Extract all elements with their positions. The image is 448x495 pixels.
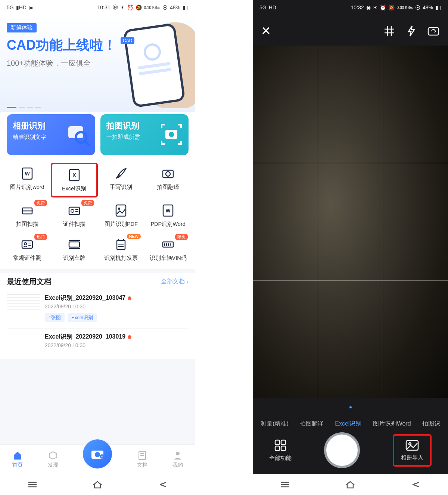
feature-handwriting[interactable]: 手写识别 bbox=[98, 163, 145, 197]
scanner-icon bbox=[21, 204, 34, 217]
camera-plus-icon: + bbox=[90, 448, 105, 460]
doc-item[interactable]: Excel识别_20220920_103019 2022/09/20 10:30 bbox=[7, 328, 189, 359]
nav-me[interactable]: 我的 bbox=[172, 451, 183, 468]
svg-rect-59 bbox=[406, 440, 418, 450]
feature-label: 证件扫描 bbox=[52, 221, 96, 228]
image-doc-icon bbox=[115, 204, 127, 217]
grid-apps-icon bbox=[274, 439, 287, 452]
menu-icon[interactable] bbox=[27, 481, 38, 488]
nav-discover[interactable]: 发现 bbox=[48, 451, 58, 468]
camera-viewfinder[interactable] bbox=[253, 46, 448, 398]
feature-plate[interactable]: 识别车牌 bbox=[51, 234, 98, 265]
nav-home[interactable]: 首页 bbox=[12, 451, 23, 468]
svg-rect-29 bbox=[117, 240, 125, 249]
speed: 0.00 KB/s bbox=[397, 6, 413, 10]
feature-invoice[interactable]: NEW 识别机打发票 bbox=[98, 234, 145, 265]
feature-excel[interactable]: X Excel识别 bbox=[51, 163, 98, 197]
flash-icon[interactable] bbox=[406, 25, 416, 37]
bluetooth-icon: ✶ bbox=[120, 4, 125, 10]
svg-line-2 bbox=[85, 141, 88, 145]
feature-label: 识别机打发票 bbox=[99, 255, 143, 262]
feature-label: 图片识别word bbox=[5, 184, 49, 191]
bluetooth-icon: ✶ bbox=[373, 4, 377, 10]
doc-name: Excel识别_20220920_103047 bbox=[45, 294, 189, 302]
doc-item[interactable]: Excel识别_20220920_103047 2022/09/20 10:30… bbox=[7, 291, 189, 325]
svg-rect-56 bbox=[281, 440, 286, 445]
doc-time: 2022/09/20 10:30 bbox=[45, 303, 189, 309]
grid-toggle-icon[interactable] bbox=[384, 25, 395, 37]
screenshot-home: 5G ▮HD ▣ 10:31 Ⓝ ✶ ⏰ 🔕 0.10 KB/s ⦿ 48% ▮… bbox=[0, 0, 195, 495]
svg-text:X: X bbox=[72, 172, 76, 178]
nav-camera[interactable]: + bbox=[83, 439, 112, 468]
feature-label: 识别车牌 bbox=[52, 255, 96, 262]
switch-camera-icon[interactable] bbox=[427, 25, 440, 37]
hero-banner[interactable]: 新鲜体验 CAD功能上线啦！ 100+功能体验，一应俱全 CAD bbox=[0, 15, 195, 112]
doc-thumb bbox=[7, 294, 40, 317]
album-recognize-card[interactable]: 相册识别 精准识别文字 bbox=[7, 114, 95, 155]
invoice-icon bbox=[115, 238, 127, 251]
doc-name: Excel识别_20220920_103019 bbox=[45, 333, 189, 341]
battery-pct: 48% bbox=[170, 4, 180, 10]
person-icon bbox=[173, 451, 182, 460]
new-dot-icon bbox=[128, 296, 131, 300]
carousel-dots[interactable] bbox=[7, 107, 41, 108]
svg-point-19 bbox=[118, 208, 120, 210]
doc-pill: Excel识别 bbox=[68, 313, 97, 322]
svg-text:W: W bbox=[25, 171, 30, 177]
svg-text:W: W bbox=[166, 208, 171, 214]
doc-thumb bbox=[7, 333, 40, 356]
mode-indicator bbox=[253, 403, 448, 410]
nfc-icon: Ⓝ bbox=[113, 4, 118, 11]
shoot-recognize-card[interactable]: 拍图识别 一拍即成所需 bbox=[100, 114, 189, 155]
recent-docs: 最近使用文档 全部文档 › Excel识别_20220920_103047 20… bbox=[0, 273, 195, 359]
new-dot-icon bbox=[128, 335, 131, 339]
svg-point-23 bbox=[24, 243, 27, 245]
camera-top-bar: ✕ bbox=[253, 18, 448, 44]
feature-img2pdf[interactable]: 图片识别PDF bbox=[98, 200, 145, 231]
alarm-icon: ⏰ bbox=[380, 4, 386, 10]
battery-icon: ▮▯ bbox=[183, 4, 189, 10]
battery-pct: 48% bbox=[423, 4, 433, 10]
home-outline-icon[interactable] bbox=[92, 480, 103, 489]
mute-icon: 🔕 bbox=[136, 4, 142, 10]
menu-icon[interactable] bbox=[280, 481, 291, 488]
feature-vin[interactable]: 限免 识别车辆VIN码 bbox=[144, 234, 192, 265]
vin-icon bbox=[162, 239, 174, 250]
back-icon[interactable] bbox=[410, 481, 421, 488]
all-docs-link[interactable]: 全部文档 › bbox=[161, 278, 189, 286]
tag-free: 免费 bbox=[81, 200, 94, 206]
feature-id-photo[interactable]: 热门 常规证件照 bbox=[4, 234, 51, 265]
back-icon[interactable] bbox=[157, 481, 168, 488]
feature-pdf2word[interactable]: W PDF识别Word bbox=[144, 200, 192, 231]
shutter-button[interactable] bbox=[324, 432, 360, 468]
cad-tag: CAD bbox=[121, 37, 134, 44]
hd-icon: HD bbox=[269, 4, 276, 10]
album-import-button[interactable]: 相册导入 bbox=[393, 434, 432, 467]
wifi-icon: ⦿ bbox=[415, 4, 420, 10]
doc-pill: 1张图 bbox=[45, 313, 65, 322]
svg-rect-58 bbox=[281, 446, 286, 451]
label: 相册导入 bbox=[401, 454, 423, 461]
status-bar: 5G ▮HD ▣ 10:31 Ⓝ ✶ ⏰ 🔕 0.10 KB/s ⦿ 48% ▮… bbox=[0, 0, 195, 15]
clock: 10:32 bbox=[351, 4, 364, 10]
alarm-icon: ⏰ bbox=[127, 4, 133, 10]
feature-id-scan[interactable]: 免费 证件扫描 bbox=[51, 200, 98, 231]
svg-rect-26 bbox=[69, 242, 80, 247]
feature-img2word[interactable]: W 图片识别word bbox=[4, 163, 51, 197]
tag-free: 免费 bbox=[34, 200, 47, 206]
doc-icon bbox=[138, 451, 147, 460]
close-button[interactable]: ✕ bbox=[261, 24, 271, 38]
home-outline-icon[interactable] bbox=[345, 480, 356, 489]
signal-5g: 5G bbox=[7, 4, 14, 10]
feature-shoot-translate[interactable]: 拍图翻译 bbox=[144, 163, 192, 197]
all-functions-button[interactable]: 全部功能 bbox=[269, 439, 292, 462]
nav-doc[interactable]: 文档 bbox=[137, 451, 147, 468]
bottom-nav: 首页 发现 + 文档 我的 bbox=[0, 444, 195, 474]
home-icon bbox=[12, 451, 23, 460]
tag-limited: 限免 bbox=[175, 234, 188, 240]
svg-point-4 bbox=[169, 132, 174, 137]
feature-shoot-scan[interactable]: 免费 拍图扫描 bbox=[4, 200, 51, 231]
system-nav bbox=[253, 474, 448, 495]
feature-label: 拍图扫描 bbox=[5, 221, 49, 228]
feature-label: 图片识别PDF bbox=[99, 221, 143, 228]
